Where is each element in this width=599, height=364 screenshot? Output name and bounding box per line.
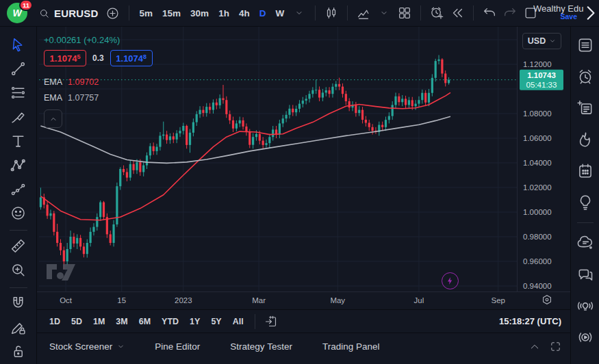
toolbar-divider bbox=[129, 5, 129, 21]
timeframe-group: 5m15m30m1h4hDW bbox=[135, 5, 290, 21]
plus-circle-icon bbox=[105, 6, 120, 21]
magnet-mode[interactable] bbox=[7, 292, 30, 315]
session-clock[interactable]: 15:18:27 (UTC) bbox=[499, 316, 561, 326]
undo-button[interactable] bbox=[479, 3, 500, 23]
emoji-tool[interactable] bbox=[7, 202, 30, 224]
alerts-panel[interactable] bbox=[574, 64, 596, 90]
chart-area: 1.120001.080001.060001.040001.020001.000… bbox=[37, 27, 570, 309]
currency-selector[interactable]: USD bbox=[522, 33, 561, 49]
boost-spark-button[interactable] bbox=[442, 272, 459, 289]
timeframe-menu-arrow[interactable] bbox=[289, 3, 309, 23]
range-button-ytd[interactable]: YTD bbox=[156, 315, 184, 328]
top-toolbar: W 11 EURUSD 5m15m30m1h4hDW Wealthy Edu S… bbox=[0, 0, 599, 26]
text-tool[interactable] bbox=[7, 130, 30, 153]
timeframe-button-4h[interactable]: 4h bbox=[234, 5, 255, 21]
svg-text:1.04000: 1.04000 bbox=[523, 159, 552, 167]
fib-retracement-tool[interactable] bbox=[7, 81, 30, 104]
chart-tools-group bbox=[321, 3, 541, 23]
notes-panel[interactable] bbox=[574, 95, 596, 121]
cursor-tool[interactable] bbox=[7, 34, 30, 56]
replay-icon bbox=[450, 5, 465, 21]
ideas-stream-panel[interactable] bbox=[574, 293, 596, 319]
tab-label: Strategy Tester bbox=[230, 341, 292, 352]
range-button-1y[interactable]: 1Y bbox=[184, 315, 205, 328]
bar-replay-button[interactable] bbox=[447, 3, 468, 23]
svg-text:2023: 2023 bbox=[175, 296, 192, 304]
drawing-mode-lock[interactable] bbox=[7, 316, 30, 339]
layout-grid-button[interactable] bbox=[394, 3, 415, 23]
chart-style-button[interactable] bbox=[321, 3, 342, 23]
app-logo[interactable]: W 11 bbox=[7, 3, 27, 23]
indicator-value: 1.09702 bbox=[68, 77, 99, 87]
timeframe-button-1h[interactable]: 1h bbox=[214, 5, 234, 21]
calendar-panel[interactable] bbox=[574, 158, 596, 184]
compare-add-symbol-button[interactable] bbox=[103, 3, 123, 23]
redo-button[interactable] bbox=[500, 3, 520, 23]
tab-label: Stock Screener bbox=[49, 341, 112, 352]
indicator-legend-row[interactable]: EMA 1.09702 bbox=[44, 74, 153, 90]
indicator-legend-row[interactable]: EMA 1.07757 bbox=[44, 90, 153, 105]
layout-name-button[interactable]: Wealthy Edu Save bbox=[533, 2, 587, 24]
symbol-search-button[interactable]: EURUSD bbox=[38, 8, 99, 19]
broadcast-icon bbox=[576, 328, 594, 346]
hotlists-panel[interactable] bbox=[574, 127, 596, 153]
zoom-in-tool[interactable] bbox=[7, 259, 30, 281]
indicators-button[interactable] bbox=[353, 3, 374, 23]
chevdown-icon bbox=[380, 9, 388, 17]
texttool-icon bbox=[10, 133, 27, 150]
save-label[interactable]: Save bbox=[560, 12, 577, 21]
svg-text:1.08000: 1.08000 bbox=[523, 109, 552, 118]
currency-label: USD bbox=[528, 36, 546, 46]
panel-open-chevron-up-icon[interactable] bbox=[529, 341, 540, 352]
sell-button[interactable]: 1.10745 bbox=[44, 50, 86, 66]
range-button-5d[interactable]: 5D bbox=[66, 315, 88, 328]
timeframe-button-5m[interactable]: 5m bbox=[135, 5, 158, 21]
range-button-5y[interactable]: 5Y bbox=[205, 315, 227, 328]
chat-panel[interactable] bbox=[574, 261, 596, 287]
lock-all-drawings[interactable] bbox=[7, 340, 30, 363]
forecast-tool[interactable] bbox=[7, 178, 30, 200]
indicators-arrow[interactable] bbox=[374, 3, 394, 23]
brush-tool[interactable] bbox=[7, 105, 30, 128]
measure-tool[interactable] bbox=[7, 235, 30, 257]
magnet-icon bbox=[10, 295, 27, 312]
maximize-panel-icon[interactable] bbox=[550, 341, 561, 352]
tab-pine-editor[interactable]: Pine Editor bbox=[155, 341, 200, 352]
tab-trading-panel[interactable]: Trading Panel bbox=[322, 341, 380, 352]
go-to-date-button[interactable] bbox=[261, 311, 281, 332]
timeframe-button-w[interactable]: W bbox=[270, 5, 289, 21]
minds-panel[interactable] bbox=[574, 230, 596, 256]
alarm-icon bbox=[576, 68, 594, 86]
range-button-all[interactable]: All bbox=[227, 315, 249, 328]
noteplus-icon bbox=[576, 99, 594, 117]
timeframe-button-30m[interactable]: 30m bbox=[186, 5, 214, 21]
timeframe-button-d[interactable]: D bbox=[255, 5, 271, 21]
chevron-down-icon bbox=[117, 343, 125, 350]
range-button-1m[interactable]: 1M bbox=[88, 315, 110, 328]
price-scale-settings-gear-icon[interactable] bbox=[540, 293, 554, 307]
forecast-icon bbox=[10, 181, 27, 198]
streams-panel[interactable] bbox=[574, 324, 596, 350]
pattern-tool[interactable] bbox=[7, 154, 30, 177]
svg-text:0.94000: 0.94000 bbox=[523, 282, 552, 290]
watchlist-panel[interactable] bbox=[574, 32, 596, 58]
panel-expand-arrow[interactable] bbox=[581, 3, 599, 23]
drawing-toolbar bbox=[0, 27, 36, 364]
watchlist-icon bbox=[576, 36, 594, 54]
ideas-panel[interactable] bbox=[574, 190, 596, 216]
bottom-tabs-bar: Stock ScreenerPine EditorStrategy Tester… bbox=[37, 333, 570, 364]
trend-line-tool[interactable] bbox=[7, 57, 30, 80]
range-button-6m[interactable]: 6M bbox=[133, 315, 156, 328]
range-button-3m[interactable]: 3M bbox=[110, 315, 133, 328]
candles-icon bbox=[324, 5, 339, 21]
alert-button[interactable] bbox=[426, 3, 447, 23]
legend-collapse-button[interactable] bbox=[44, 109, 62, 128]
price-change: +0.00261 (+0.24%) bbox=[44, 35, 153, 45]
tab-strategy-tester[interactable]: Strategy Tester bbox=[230, 341, 292, 352]
timeframe-button-15m[interactable]: 15m bbox=[157, 5, 186, 21]
range-button-1d[interactable]: 1D bbox=[44, 315, 66, 328]
chevron-down-icon bbox=[295, 9, 303, 17]
chevron-up-icon bbox=[49, 115, 58, 123]
tab-stock-screener[interactable]: Stock Screener bbox=[49, 341, 125, 352]
buy-button[interactable]: 1.10748 bbox=[110, 50, 153, 66]
